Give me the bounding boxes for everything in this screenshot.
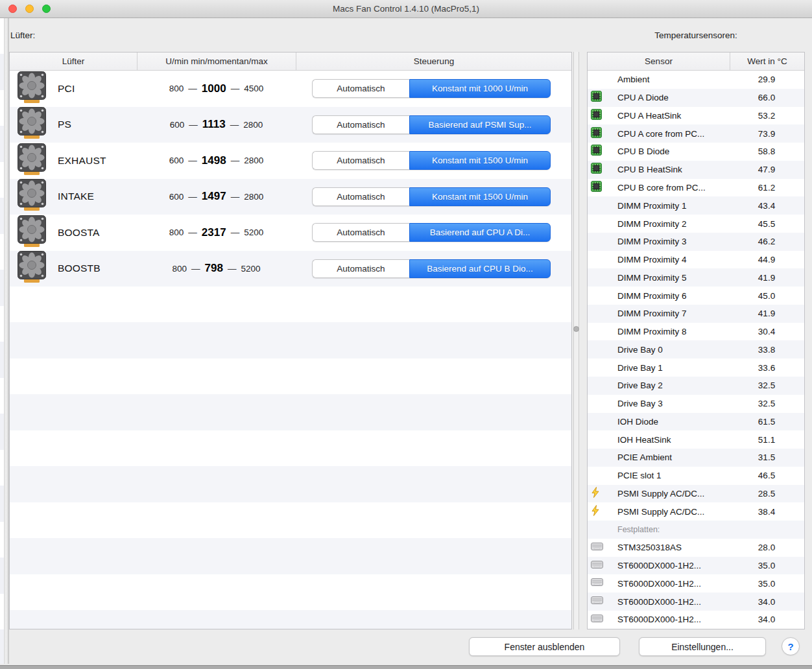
sensor-row[interactable]: CPU B Diode 58.8 xyxy=(588,143,804,161)
sensor-row[interactable]: CPU A HeatSink 53.2 xyxy=(588,107,804,125)
fan-name: BOOSTB xyxy=(58,263,101,274)
sensor-row[interactable]: Drive Bay 2 32.5 xyxy=(588,377,804,395)
settings-button[interactable]: Einstellungen... xyxy=(639,637,766,656)
sensor-name: DIMM Proximity 1 xyxy=(617,201,729,211)
rpm-separator: — xyxy=(228,264,237,274)
sensor-row[interactable]: ST6000DX000-1H2... 35.0 xyxy=(588,557,804,575)
sensor-row[interactable]: DIMM Proximity 2 45.5 xyxy=(588,215,804,233)
sensor-name: Drive Bay 0 xyxy=(617,345,729,355)
sensor-value: 34.0 xyxy=(729,597,804,607)
fan-cell-rpm: 600 — 1113 — 2800 xyxy=(137,118,296,131)
sensor-value: 32.5 xyxy=(729,399,804,408)
fan-cell-control: Automatisch Konstant mit 1500 U/min xyxy=(296,151,571,170)
fan-row[interactable]: BOOSTB 800 — 798 — 5200 Automatisch Basi… xyxy=(10,251,571,287)
sensor-icon-cell xyxy=(588,560,617,572)
sensor-row[interactable]: ST6000DX000-1H2... 34.0 xyxy=(588,611,804,629)
fan-mode-segment[interactable]: Konstant mit 1500 U/min xyxy=(409,151,551,170)
fan-cell-control: Automatisch Basierend auf PSMI Sup... xyxy=(296,115,571,134)
fan-rpm-min: 600 xyxy=(169,192,184,202)
fan-auto-segment[interactable]: Automatisch xyxy=(312,259,409,278)
sensor-name: CPU B core from PC... xyxy=(617,183,729,193)
sensor-icon-cell xyxy=(588,596,617,607)
sensor-row[interactable]: Drive Bay 0 33.8 xyxy=(588,340,804,358)
fan-row[interactable]: INTAKE 600 — 1497 — 2800 Automatisch Kon… xyxy=(10,179,571,215)
sensor-row[interactable]: Drive Bay 1 33.6 xyxy=(588,358,804,377)
fan-row[interactable]: PS 600 — 1113 — 2800 Automatisch Basiere… xyxy=(10,107,571,143)
sensor-row[interactable]: CPU B HeatSink 47.9 xyxy=(588,161,804,179)
fan-rpm-min: 600 xyxy=(170,120,185,130)
sensor-row[interactable]: Ambient 29.9 xyxy=(588,71,804,89)
sensor-row[interactable]: STM3250318AS 28.0 xyxy=(588,539,804,557)
fan-rpm-max: 2800 xyxy=(244,192,263,202)
fan-control-segmented: Automatisch Basierend auf CPU B Dio... xyxy=(312,259,551,278)
sensor-row[interactable]: DIMM Proximity 7 41.9 xyxy=(588,305,804,323)
fan-control-segmented: Automatisch Konstant mit 1500 U/min xyxy=(312,187,551,206)
sensor-name: Ambient xyxy=(617,75,729,84)
rpm-separator: — xyxy=(188,192,197,202)
help-button[interactable]: ? xyxy=(782,637,800,655)
sensor-icon-cell xyxy=(588,614,617,626)
fan-row[interactable]: PCI 800 — 1000 — 4500 Automatisch Konsta… xyxy=(10,71,571,107)
sensor-row[interactable]: Drive Bay 3 32.5 xyxy=(588,395,804,413)
sensor-row[interactable]: Festplatten: xyxy=(588,521,804,539)
sensor-row[interactable]: ST6000DX000-1H2... 35.0 xyxy=(588,574,804,593)
sensor-row[interactable]: ST6000DX000-1H2... 34.0 xyxy=(588,593,804,611)
fan-mode-segment[interactable]: Basierend auf PSMI Sup... xyxy=(409,115,551,134)
sensor-icon-cell xyxy=(588,542,617,554)
sensor-row[interactable]: IOH Diode 61.5 xyxy=(588,413,804,431)
fan-row[interactable]: EXHAUST 600 — 1498 — 2800 Automatisch Ko… xyxy=(10,143,571,179)
rpm-separator: — xyxy=(188,228,197,237)
fan-mode-segment[interactable]: Konstant mit 1000 U/min xyxy=(409,79,551,98)
control-column-header: Steuerung xyxy=(296,53,571,70)
fan-auto-segment[interactable]: Automatisch xyxy=(312,79,409,98)
fan-cell-rpm: 600 — 1498 — 2800 xyxy=(137,154,296,167)
sensor-icon-cell xyxy=(588,109,617,123)
hard-drive-icon xyxy=(591,614,603,626)
fan-rpm-current: 1000 xyxy=(202,82,226,95)
fan-mode-segment[interactable]: Konstant mit 1500 U/min xyxy=(409,187,551,206)
sensor-name: CPU B HeatSink xyxy=(617,165,729,174)
sensor-value: 35.0 xyxy=(729,561,804,570)
cpu-chip-icon xyxy=(591,163,602,176)
sensor-row[interactable]: DIMM Proximity 3 46.2 xyxy=(588,233,804,251)
background-window-scrollbar xyxy=(4,18,9,664)
sensor-row[interactable]: IOH HeatSink 51.1 xyxy=(588,430,804,449)
sensor-name: DIMM Proximity 8 xyxy=(617,327,729,336)
hide-window-button[interactable]: Fenster ausblenden xyxy=(469,637,620,656)
sensor-row[interactable]: DIMM Proximity 8 30.4 xyxy=(588,323,804,341)
sensor-row[interactable]: PSMI Supply AC/DC... 38.4 xyxy=(588,502,804,521)
split-view-divider xyxy=(573,52,579,629)
fan-auto-segment[interactable]: Automatisch xyxy=(312,115,409,134)
sensor-row[interactable]: PCIE Ambient 31.5 xyxy=(588,449,804,467)
sensor-value: 61.5 xyxy=(729,417,804,427)
sensor-value: 28.0 xyxy=(729,543,804,552)
sensor-row[interactable]: CPU A core from PC... 73.9 xyxy=(588,124,804,143)
fan-cell-rpm: 800 — 798 — 5200 xyxy=(137,262,296,275)
power-lightning-icon xyxy=(591,487,600,500)
sensor-row[interactable]: PSMI Supply AC/DC... 28.5 xyxy=(588,485,804,503)
fan-control-segmented: Automatisch Basierend auf CPU A Di... xyxy=(312,223,551,242)
sensor-row[interactable]: CPU B core from PC... 61.2 xyxy=(588,179,804,197)
sensor-row[interactable]: DIMM Proximity 5 41.9 xyxy=(588,268,804,287)
sensor-row[interactable]: CPU A Diode 66.0 xyxy=(588,89,804,107)
sensor-table: Sensor Wert in °C Ambient 29.9 xyxy=(587,52,805,629)
fan-auto-segment[interactable]: Automatisch xyxy=(312,223,409,242)
sensor-row[interactable]: DIMM Proximity 1 43.4 xyxy=(588,196,804,215)
fan-row[interactable]: BOOSTA 800 — 2317 — 5200 Automatisch Bas… xyxy=(10,215,571,251)
fan-auto-segment[interactable]: Automatisch xyxy=(312,187,409,206)
sensor-name: Drive Bay 3 xyxy=(617,399,729,408)
fan-mode-segment[interactable]: Basierend auf CPU B Dio... xyxy=(409,259,551,278)
fan-rpm-current: 1498 xyxy=(202,154,226,167)
fan-auto-segment[interactable]: Automatisch xyxy=(312,151,409,170)
sensor-row[interactable]: DIMM Proximity 4 44.9 xyxy=(588,251,804,269)
fan-cell-name: PS xyxy=(10,107,137,142)
sensor-row[interactable]: DIMM Proximity 6 45.0 xyxy=(588,287,804,305)
fan-name: BOOSTA xyxy=(58,227,100,239)
rpm-separator: — xyxy=(231,156,240,165)
divider-handle[interactable] xyxy=(573,326,579,332)
sensor-value: 66.0 xyxy=(729,93,804,102)
cpu-chip-icon xyxy=(591,109,602,123)
hard-drive-icon xyxy=(591,542,603,554)
sensor-row[interactable]: PCIE slot 1 46.5 xyxy=(588,467,804,485)
fan-mode-segment[interactable]: Basierend auf CPU A Di... xyxy=(409,223,551,242)
